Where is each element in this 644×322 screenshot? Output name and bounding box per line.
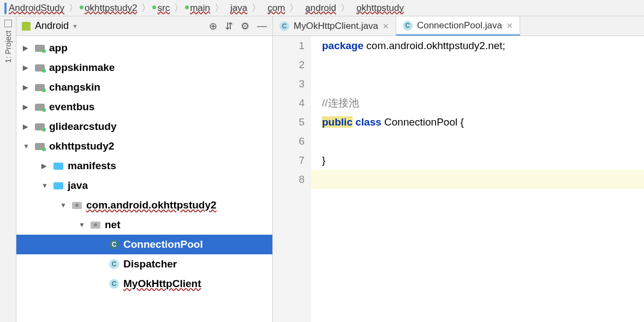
tool-window-stripe[interactable]: 1: Project [0,16,16,322]
tree-node[interactable]: ▶changskin [16,77,272,97]
tree-node[interactable]: CConnectionPool [16,235,272,254]
locate-icon[interactable]: ⊕ [209,20,217,32]
breadcrumb-item[interactable]: android〉 [301,2,352,14]
collapse-icon[interactable]: ⇵ [225,20,233,32]
code-line[interactable]: package com.android.okhttpstudy2.net; [311,36,644,55]
class-icon: C [403,21,413,31]
tree-node[interactable]: ▼java [16,176,272,195]
structure-icon [4,20,12,27]
tree-node[interactable]: ▶eventbus [16,97,272,117]
tree-node[interactable]: ▶glidearcstudy [16,117,272,136]
tree-node[interactable]: CDispatcher [16,254,272,274]
chevron-down-icon: ▼ [72,23,78,29]
tree-node[interactable]: ▶app [16,38,272,58]
breadcrumb-item[interactable]: okhttpstudy2〉 [80,2,153,14]
editor-tab[interactable]: CConnectionPool.java✕ [396,16,520,35]
code-line[interactable] [311,55,644,74]
editor-area: CMyOkHttpClient.java✕CConnectionPool.jav… [273,16,644,322]
code-line[interactable] [311,74,644,93]
close-icon[interactable]: ✕ [383,22,389,31]
android-icon [22,22,31,31]
code-content[interactable]: package com.android.okhttpstudy2.net;//连… [311,36,644,322]
editor-tab[interactable]: CMyOkHttpClient.java✕ [273,16,396,35]
code-line[interactable] [311,132,644,151]
tree-node[interactable]: ▶appskinmake [16,58,272,77]
tree-node[interactable]: CMyOkHttpClient [16,274,272,294]
code-line[interactable]: } [311,151,644,170]
class-icon: C [279,21,289,31]
breadcrumb-item[interactable]: com〉 [263,2,301,14]
gear-icon[interactable]: ⚙ [241,20,249,32]
editor-tabs: CMyOkHttpClient.java✕CConnectionPool.jav… [273,16,644,36]
project-tool-tab[interactable]: 1: Project [4,31,13,63]
breadcrumb-item[interactable]: AndroidStudy〉 [2,2,80,14]
breadcrumb-item[interactable]: main〉 [186,2,226,14]
project-tree[interactable]: ▶app▶appskinmake▶changskin▶eventbus▶glid… [16,36,272,322]
code-line[interactable]: public class ConnectionPool { [311,112,644,132]
tree-node[interactable]: ▼okhttpstudy2 [16,136,272,156]
breadcrumb-bar: AndroidStudy〉okhttpstudy2〉src〉main〉java〉… [0,0,644,16]
tree-node[interactable]: ▼com.android.okhttpstudy2 [16,195,272,215]
tree-node[interactable]: ▶manifests [16,156,272,176]
code-line[interactable]: //连接池 [311,93,644,112]
breadcrumb-item[interactable]: okhttpstudy [352,3,406,14]
tree-node[interactable]: ▼net [16,215,272,235]
breadcrumb-item[interactable]: src〉 [153,2,186,14]
breadcrumb-item[interactable]: java〉 [226,2,263,14]
line-gutter: 12345678 [273,36,311,322]
close-icon[interactable]: ✕ [506,21,513,30]
hide-icon[interactable]: — [257,20,267,32]
project-panel-header: Android ▼ ⊕ ⇵ ⚙ — [16,16,272,36]
code-line[interactable] [311,170,644,189]
code-editor[interactable]: 12345678 package com.android.okhttpstudy… [273,36,644,322]
project-view-selector[interactable]: Android ▼ [35,20,78,32]
project-panel: Android ▼ ⊕ ⇵ ⚙ — ▶app▶appskinmake▶chang… [16,16,273,322]
